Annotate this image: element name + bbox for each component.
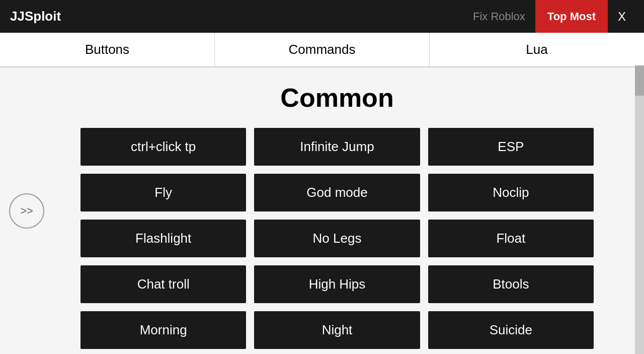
cmd-infinite-jump[interactable]: Infinite Jump: [254, 128, 420, 166]
app-title: JJSploit: [10, 9, 61, 24]
tab-commands[interactable]: Commands: [215, 33, 430, 66]
title-bar-right: Fix Roblox Top Most X: [463, 0, 634, 33]
cmd-fly[interactable]: Fly: [80, 174, 246, 211]
scrollbar[interactable]: [635, 65, 644, 354]
cmd-suicide[interactable]: Suicide: [428, 311, 594, 349]
tab-buttons[interactable]: Buttons: [0, 33, 215, 66]
cmd-btools[interactable]: Btools: [428, 265, 594, 303]
section-title: Common: [80, 83, 594, 113]
tab-commands-label: Commands: [289, 42, 356, 57]
tab-bar: Buttons Commands Lua: [0, 33, 644, 67]
cmd-float[interactable]: Float: [428, 220, 594, 257]
cmd-chat-troll[interactable]: Chat troll: [80, 265, 246, 303]
cmd-high-hips[interactable]: High Hips: [254, 265, 420, 303]
cmd-esp[interactable]: ESP: [428, 128, 594, 166]
commands-grid: ctrl+click tp Infinite Jump ESP Fly God …: [80, 128, 594, 349]
top-most-button[interactable]: Top Most: [535, 0, 608, 33]
tab-lua-label: Lua: [526, 42, 547, 57]
cmd-ctrl-click-tp[interactable]: ctrl+click tp: [80, 128, 246, 166]
side-arrow-label: >>: [20, 204, 33, 218]
cmd-night[interactable]: Night: [254, 311, 420, 349]
scrollbar-thumb[interactable]: [635, 65, 644, 96]
window: JJSploit Fix Roblox Top Most X Buttons C…: [0, 0, 644, 354]
cmd-noclip[interactable]: Noclip: [428, 174, 594, 211]
side-arrow-button[interactable]: >>: [9, 193, 44, 229]
tab-lua[interactable]: Lua: [430, 33, 644, 66]
fix-roblox-button[interactable]: Fix Roblox: [463, 5, 535, 28]
main-content: >> Common ctrl+click tp Infinite Jump ES…: [0, 67, 644, 354]
tab-buttons-label: Buttons: [85, 42, 129, 57]
title-bar-left: JJSploit: [10, 9, 61, 24]
title-bar: JJSploit Fix Roblox Top Most X: [0, 0, 644, 33]
cmd-god-mode[interactable]: God mode: [254, 174, 420, 211]
close-button[interactable]: X: [610, 5, 634, 29]
cmd-flashlight[interactable]: Flashlight: [80, 220, 246, 257]
cmd-morning[interactable]: Morning: [80, 311, 246, 349]
cmd-no-legs[interactable]: No Legs: [254, 220, 420, 257]
